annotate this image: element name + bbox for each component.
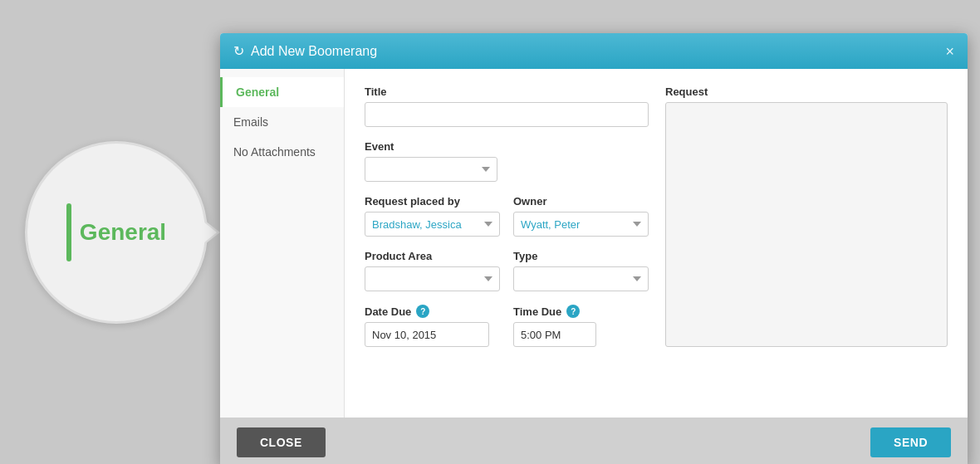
time-due-group: Time Due ? (513, 305, 649, 347)
boomerang-icon: ↻ (233, 43, 244, 59)
type-label: Type (513, 250, 649, 262)
dialog-header-left: ↻ Add New Boomerang (233, 43, 377, 59)
request-placed-by-select[interactable]: Bradshaw, Jessica (365, 212, 500, 237)
event-select[interactable] (365, 157, 497, 182)
title-group: Title (365, 85, 649, 127)
sidebar-item-general[interactable]: General (220, 77, 344, 107)
product-area-group: Product Area (365, 250, 500, 291)
date-due-help-icon[interactable]: ? (416, 305, 429, 318)
dialog-main: Title Event Req (345, 69, 968, 418)
date-due-input[interactable] (365, 322, 489, 347)
requester-owner-row: Request placed by Bradshaw, Jessica Owne… (365, 195, 649, 237)
zoom-arrow-inner (204, 222, 217, 242)
send-button[interactable]: SEND (870, 427, 951, 457)
dialog-body: General Emails No Attachments Title (220, 69, 968, 418)
time-due-input[interactable] (513, 322, 596, 347)
request-placed-by-group: Request placed by Bradshaw, Jessica (365, 195, 500, 237)
add-boomerang-dialog: ↻ Add New Boomerang × General Emails No … (220, 33, 968, 464)
green-accent-bar (66, 203, 71, 261)
title-input[interactable] (365, 102, 649, 127)
type-select[interactable] (513, 266, 649, 291)
request-textarea[interactable] (665, 102, 948, 347)
form-left: Title Event Req (365, 85, 649, 401)
request-placed-by-label: Request placed by (365, 195, 500, 208)
owner-label: Owner (513, 195, 649, 208)
dialog-footer: CLOSE SEND (220, 418, 968, 464)
zoom-circle: General (25, 141, 208, 324)
type-group: Type (513, 250, 649, 291)
sidebar-item-emails[interactable]: Emails (220, 107, 344, 137)
close-x-button[interactable]: × (945, 44, 954, 59)
title-label: Title (365, 85, 649, 98)
dialog-title: Add New Boomerang (251, 44, 377, 59)
date-due-label: Date Due ? (365, 305, 500, 318)
product-area-label: Product Area (365, 250, 500, 262)
event-group: Event (365, 140, 649, 182)
dialog-sidebar: General Emails No Attachments (220, 69, 345, 418)
time-due-help-icon[interactable]: ? (566, 305, 580, 318)
product-area-select[interactable] (365, 266, 500, 291)
date-time-row: Date Due ? Time Due ? (365, 305, 649, 347)
sidebar-item-no-attachments[interactable]: No Attachments (220, 137, 344, 167)
request-label: Request (665, 85, 948, 98)
form-right: Request (665, 85, 948, 401)
owner-group: Owner Wyatt, Peter (513, 195, 649, 237)
owner-select[interactable]: Wyatt, Peter (513, 212, 649, 237)
dialog-header: ↻ Add New Boomerang × (220, 33, 968, 69)
product-type-row: Product Area Type (365, 250, 649, 291)
date-due-group: Date Due ? (365, 305, 500, 347)
close-button[interactable]: CLOSE (237, 427, 326, 457)
time-due-label: Time Due ? (513, 305, 649, 318)
zoom-general-label: General (80, 219, 166, 246)
event-label: Event (365, 140, 649, 153)
